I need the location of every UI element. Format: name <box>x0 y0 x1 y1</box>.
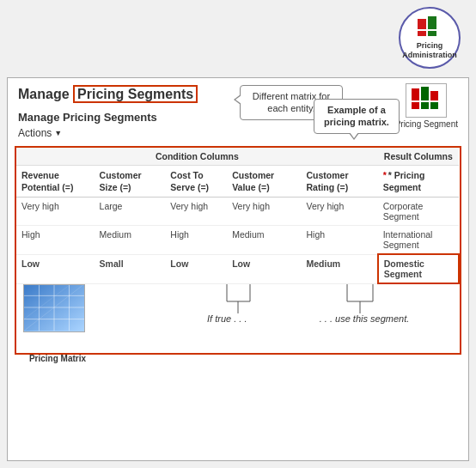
table-row-highlighted: Low Small Low Low Medium Domestic Segmen… <box>16 254 459 283</box>
subheader: Manage Pricing Segments Example of a pri… <box>8 107 468 125</box>
callout-matrix-bubble: Example of a pricing matrix. <box>314 99 400 134</box>
pricing-segments-table: Condition Columns Result Columns Revenue… <box>16 148 460 284</box>
header-customer-size: Customer Size (=) <box>95 166 166 198</box>
svg-rect-2 <box>418 31 426 36</box>
svg-rect-5 <box>421 87 429 100</box>
svg-rect-6 <box>430 91 438 100</box>
cell-rating-1: High <box>302 226 378 255</box>
cell-segment-1: International Segment <box>378 226 459 255</box>
svg-rect-3 <box>428 31 436 36</box>
bottom-area: Pricing Matrix <box>16 284 460 353</box>
actions-button[interactable]: Actions ▼ <box>18 127 62 139</box>
cell-cost-0: Very high <box>165 198 227 226</box>
cell-segment-0: Corporate Segment <box>378 198 459 226</box>
condition-columns-header: Condition Columns <box>16 148 378 166</box>
cell-size-0: Large <box>95 198 166 226</box>
cell-value-1: Medium <box>227 226 301 255</box>
header-customer-rating: Customer Rating (=) <box>302 166 378 198</box>
header-revenue-potential: Revenue Potential (=) <box>16 166 95 198</box>
cell-revenue-1: High <box>16 226 95 255</box>
matrix-grid-svg <box>24 284 84 331</box>
cell-size-2: Small <box>95 254 166 283</box>
circle-logo: Pricing Administration <box>399 7 461 69</box>
cell-value-0: Very high <box>227 198 301 226</box>
title-prefix: Manage <box>18 87 70 101</box>
cell-rating-0: Very high <box>302 198 378 226</box>
matrix-label: Pricing Matrix <box>23 354 92 363</box>
cell-value-2: Low <box>227 254 301 283</box>
table-row: Very high Large Very high Very high Very… <box>16 198 459 226</box>
result-columns-header: Result Columns <box>378 148 459 166</box>
field-header-row: Revenue Potential (=) Customer Size (=) … <box>16 166 459 198</box>
cell-cost-2: Low <box>165 254 227 283</box>
section-header-row: Condition Columns Result Columns <box>16 148 459 166</box>
svg-rect-1 <box>428 16 436 29</box>
use-segment-label: . . . use this segment. <box>313 313 416 324</box>
table-wrapper: Condition Columns Result Columns Revenue… <box>15 146 461 355</box>
title-highlight: Pricing Segments <box>73 85 198 103</box>
svg-rect-4 <box>412 88 419 100</box>
main-panel: Manage Pricing Segments Different matrix… <box>7 77 469 461</box>
table-row: High Medium High Medium High Internation… <box>16 226 459 255</box>
cell-revenue-2: Low <box>16 254 95 283</box>
matrix-image-container: Pricing Matrix <box>23 284 92 348</box>
cell-cost-1: High <box>165 226 227 255</box>
pricing-admin-icon <box>414 15 445 41</box>
star-icon: * <box>383 170 387 180</box>
header-cost-to-serve: Cost To Serve (=) <box>165 166 227 198</box>
cell-size-1: Medium <box>95 226 166 255</box>
actions-dropdown-arrow: ▼ <box>54 129 62 137</box>
cell-rating-2: Medium <box>302 254 378 283</box>
panel-title: Manage Pricing Segments <box>18 87 198 102</box>
header-pricing-segment: ** Pricing Segment <box>378 166 459 198</box>
if-true-label: If true . . . <box>207 313 247 324</box>
svg-rect-0 <box>418 19 426 29</box>
outer-container: Pricing Administration Manage Pricing Se… <box>0 0 476 468</box>
cell-revenue-0: Very high <box>16 198 95 226</box>
header-customer-value: Customer Value (=) <box>227 166 301 198</box>
cell-segment-2: Domestic Segment <box>378 254 459 283</box>
logo-text: Pricing Administration <box>400 41 459 60</box>
pricing-matrix-image <box>23 284 85 332</box>
